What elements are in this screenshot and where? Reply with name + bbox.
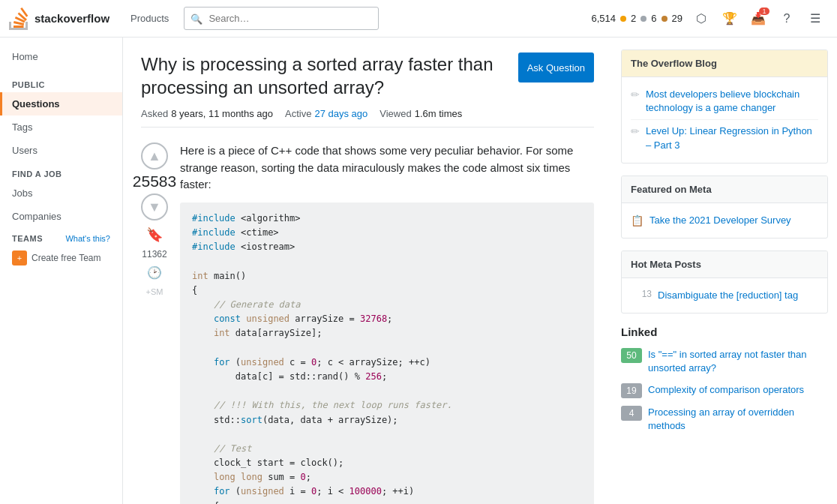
hot-meta-card: Hot Meta Posts 13 Disambiguate the [redu… <box>621 250 828 314</box>
meta-viewed-label: Viewed <box>380 108 411 119</box>
right-sidebar: The Overflow Blog ✏ Most developers beli… <box>612 38 837 504</box>
sidebar-item-jobs[interactable]: Jobs <box>0 182 122 205</box>
downvote-button[interactable]: ▼ <box>141 194 168 220</box>
sidebar-questions-label: Questions <box>12 98 60 110</box>
history-button[interactable]: 🕑 <box>144 262 165 283</box>
products-menu[interactable]: Products <box>124 10 175 27</box>
survey-icon: 📋 <box>631 214 644 226</box>
bookmark-button[interactable]: 🔖 <box>143 224 166 246</box>
teams-row: TEAMS What's this? <box>0 228 122 246</box>
create-team-text: Create free Team <box>32 253 101 263</box>
blog-item-text-0[interactable]: Most developers believe blockchain techn… <box>646 88 818 115</box>
featured-meta-header: Featured on Meta <box>622 176 827 203</box>
hot-meta-body: 13 Disambiguate the [reduction] tag <box>622 278 827 313</box>
sidebar-item-home[interactable]: Home <box>0 45 122 68</box>
meta-asked: Asked 8 years, 11 months ago <box>141 108 273 119</box>
sidebar: Home PUBLIC Questions Tags Users FIND A … <box>0 38 123 504</box>
jobs-icon[interactable]: 🏆 <box>717 6 742 32</box>
share-meta-button[interactable]: +SM <box>145 286 165 298</box>
overflow-blog-card: The Overflow Blog ✏ Most developers beli… <box>621 50 828 164</box>
pencil-icon-1: ✏ <box>631 125 640 137</box>
gold-badge <box>620 16 626 22</box>
linked-section: Linked 50 Is "==" in sorted array not fa… <box>621 326 828 436</box>
hot-item-0: 13 Disambiguate the [reduction] tag <box>631 284 818 307</box>
question-body: ▲ 25583 ▼ 🔖 11362 🕑 +SM Here is a piece … <box>141 142 594 504</box>
meta-asked-value: 8 years, 11 months ago <box>171 108 273 119</box>
code-block: #include <algorithm> #include <ctime> #i… <box>180 202 594 504</box>
sidebar-companies-label: Companies <box>12 211 62 222</box>
create-team-icon: + <box>12 250 27 266</box>
search-icon: 🔍 <box>190 13 202 24</box>
blog-item-0: ✏ Most developers believe blockchain tec… <box>631 83 818 120</box>
linked-badge-1: 19 <box>621 383 642 398</box>
bookmark-count: 11362 <box>142 249 166 260</box>
nav-icons: 6,514 2 6 29 ⬡ 🏆 📥 1 ? ☰ <box>592 6 828 32</box>
upvote-button[interactable]: ▲ <box>141 142 168 170</box>
sidebar-item-users[interactable]: Users <box>0 139 122 162</box>
linked-badge-2: 4 <box>621 406 642 421</box>
app-container: stackoverflow Products 🔍 6,514 2 6 29 ⬡ … <box>0 0 837 504</box>
meta-asked-label: Asked <box>141 108 168 119</box>
meta-active-label: Active <box>285 108 311 119</box>
meta-viewed-value: 1.6m times <box>415 108 463 119</box>
overflow-blog-body: ✏ Most developers believe blockchain tec… <box>622 77 827 163</box>
featured-item-0: 📋 Take the 2021 Developer Survey <box>631 209 818 232</box>
bronze-badge <box>662 16 668 22</box>
search-bar: 🔍 <box>184 7 379 30</box>
featured-meta-card: Featured on Meta 📋 Take the 2021 Develop… <box>621 176 828 238</box>
blog-item-text-1[interactable]: Level Up: Linear Regression in Python – … <box>646 124 818 152</box>
sidebar-tags-label: Tags <box>12 122 32 133</box>
search-input[interactable] <box>184 7 379 30</box>
meta-active-link[interactable]: 27 days ago <box>314 108 368 119</box>
top-nav: stackoverflow Products 🔍 6,514 2 6 29 ⬡ … <box>0 0 837 38</box>
linked-title: Linked <box>621 326 828 338</box>
sidebar-teams-label: TEAMS <box>12 234 43 243</box>
logo-icon <box>9 8 32 30</box>
hot-item-num-0: 13 <box>631 289 652 299</box>
meta-active: Active 27 days ago <box>285 108 368 119</box>
question-header: Why is processing a sorted array faster … <box>141 52 594 99</box>
hot-item-text-0[interactable]: Disambiguate the [reduction] tag <box>658 289 798 302</box>
logo-text: stackoverflow <box>34 12 110 25</box>
meta-viewed: Viewed 1.6m times <box>380 108 462 119</box>
help-icon[interactable]: ? <box>774 6 800 32</box>
question-title: Why is processing a sorted array faster … <box>141 52 506 99</box>
linked-text-0[interactable]: Is "==" in sorted array not faster than … <box>648 348 828 375</box>
silver-badge <box>640 16 646 22</box>
silver-count: 6 <box>651 13 656 24</box>
main-area: Home PUBLIC Questions Tags Users FIND A … <box>0 38 837 504</box>
post-body: Here is a piece of C++ code that shows s… <box>180 142 594 504</box>
reputation-value: 6,514 <box>592 13 616 24</box>
linked-badge-0: 50 <box>621 348 642 363</box>
logo[interactable]: stackoverflow <box>9 8 110 30</box>
sidebar-users-label: Users <box>12 145 38 156</box>
linked-item-1: 19 Complexity of comparison operators <box>621 380 828 402</box>
linked-item-0: 50 Is "==" in sorted array not faster th… <box>621 344 828 379</box>
linked-text-1[interactable]: Complexity of comparison operators <box>648 383 804 397</box>
ask-question-button[interactable]: Ask Question <box>518 52 594 82</box>
hot-meta-header: Hot Meta Posts <box>622 251 827 278</box>
pencil-icon-0: ✏ <box>631 88 640 100</box>
overflow-blog-header: The Overflow Blog <box>622 50 827 77</box>
vote-column: ▲ 25583 ▼ 🔖 11362 🕑 +SM <box>141 142 168 504</box>
meta-active-value: 27 days ago <box>314 108 368 119</box>
featured-meta-body: 📋 Take the 2021 Developer Survey <box>622 203 827 238</box>
sidebar-item-tags[interactable]: Tags <box>0 116 122 139</box>
achievements-icon[interactable]: ⬡ <box>688 6 714 32</box>
question-meta: Asked 8 years, 11 months ago Active 27 d… <box>141 108 594 128</box>
create-team-button[interactable]: + Create free Team <box>0 246 122 270</box>
reputation-badge[interactable]: 6,514 2 6 29 <box>592 13 682 24</box>
menu-icon[interactable]: ☰ <box>802 6 828 32</box>
linked-text-2[interactable]: Processing an array of overridden method… <box>648 406 828 433</box>
featured-item-text-0[interactable]: Take the 2021 Developer Survey <box>650 214 791 227</box>
inbox-icon[interactable]: 📥 1 <box>746 6 771 32</box>
bronze-count: 29 <box>672 13 682 24</box>
sidebar-item-companies[interactable]: Companies <box>0 205 122 228</box>
inbox-badge: 1 <box>759 8 770 15</box>
sidebar-item-questions[interactable]: Questions <box>0 92 122 116</box>
post-text: Here is a piece of C++ code that shows s… <box>180 142 594 194</box>
sidebar-find-job-label: FIND A JOB <box>0 162 122 182</box>
vote-count: 25583 <box>133 172 176 190</box>
whats-this-link[interactable]: What's this? <box>65 234 110 243</box>
sidebar-jobs-label: Jobs <box>12 188 32 199</box>
